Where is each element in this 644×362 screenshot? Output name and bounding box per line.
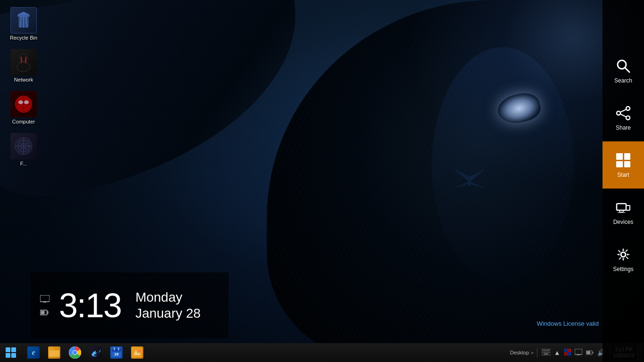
bird-svg [91, 348, 101, 357]
desktop-text[interactable]: Desktop [510, 350, 529, 355]
clock-time-display: 3:13 [59, 288, 121, 322]
svg-rect-51 [544, 354, 548, 354]
network-icon[interactable]: Network [2, 47, 45, 85]
svg-rect-9 [25, 57, 26, 63]
calendar-icon: 28 [110, 346, 123, 359]
charm-settings[interactable]: Settings [603, 236, 644, 283]
monitor-status [40, 295, 50, 303]
battery-icon [40, 309, 49, 316]
taskbar-chrome[interactable] [65, 343, 85, 362]
svg-rect-60 [586, 351, 590, 354]
network-img [10, 49, 37, 75]
svg-point-16 [18, 100, 23, 104]
keyboard-svg [542, 349, 550, 355]
svg-line-67 [620, 109, 626, 112]
charm-search-label: Search [614, 77, 632, 84]
svg-rect-38 [132, 348, 142, 357]
charm-devices[interactable]: Devices [603, 189, 644, 236]
monitor-icon [40, 295, 50, 303]
svg-rect-49 [547, 352, 548, 353]
svg-rect-47 [544, 352, 545, 353]
search-charm-icon [615, 58, 632, 74]
paint-icon [131, 346, 143, 359]
svg-rect-41 [543, 350, 544, 351]
chrome-icon [69, 346, 81, 359]
charm-search[interactable]: Search [603, 47, 644, 94]
devices-svg [616, 200, 631, 215]
recycle-bin-svg [15, 11, 32, 30]
clock-day: Monday [135, 289, 201, 305]
svg-point-32 [73, 351, 77, 354]
share-charm-icon [615, 105, 632, 122]
file-img [10, 133, 37, 159]
charm-settings-label: Settings [613, 266, 633, 272]
recycle-bin-label: Recycle Bin [10, 35, 37, 41]
svg-line-68 [620, 114, 626, 117]
svg-rect-61 [592, 352, 594, 354]
svg-rect-72 [618, 212, 625, 213]
spider-logo-svg [446, 165, 493, 198]
svg-rect-35 [114, 347, 115, 350]
settings-charm-icon [615, 246, 632, 263]
svg-rect-8 [21, 57, 22, 63]
svg-rect-36 [118, 347, 119, 350]
expand-tray-icon[interactable]: ▲ [553, 348, 561, 357]
flag-svg [564, 349, 571, 355]
clock-widget: 3:13 Monday January 28 [31, 272, 229, 338]
taskbar-bird[interactable] [86, 343, 106, 362]
svg-text:28: 28 [115, 352, 119, 356]
svg-line-63 [625, 68, 629, 72]
settings-svg [616, 247, 631, 262]
start-charm-icon [615, 152, 632, 169]
devices-charm-icon [615, 199, 632, 216]
keyboard-icon[interactable] [541, 348, 551, 358]
svg-rect-26 [43, 302, 46, 303]
svg-point-7 [17, 62, 30, 72]
share-svg [616, 106, 631, 121]
battery-tray-icon[interactable] [585, 348, 594, 357]
computer-img [10, 91, 37, 117]
svg-rect-34 [112, 349, 121, 352]
svg-rect-29 [47, 311, 49, 314]
svg-rect-57 [575, 349, 582, 354]
svg-rect-48 [545, 352, 546, 353]
recycle-bin-icon[interactable]: Recycle Bin [2, 5, 45, 43]
file-label: F... [20, 161, 27, 166]
windows-license: Windows License valid [537, 320, 599, 327]
charm-start-label: Start [617, 172, 629, 178]
computer-icon[interactable]: Computer [2, 89, 45, 127]
taskbar-start[interactable] [1, 343, 21, 362]
svg-point-66 [626, 116, 630, 120]
file-svg [13, 136, 34, 156]
taskbar-ie[interactable]: e [24, 343, 43, 362]
charm-share[interactable]: Share [603, 94, 644, 141]
taskbar-calendar[interactable]: 28 [107, 343, 126, 362]
ie-icon: e [27, 346, 40, 359]
svg-rect-25 [40, 295, 50, 302]
network-label: Network [14, 77, 33, 82]
svg-point-73 [621, 252, 626, 257]
recycle-bin-img [10, 7, 37, 33]
search-svg [616, 58, 631, 74]
monitor-tray-icon[interactable] [574, 348, 583, 358]
network-svg [13, 52, 34, 73]
folder-icon [48, 346, 60, 359]
computer-svg [13, 94, 34, 115]
svg-marker-5 [20, 13, 27, 15]
bird-icon [90, 346, 102, 359]
desktop-arrows[interactable]: » [531, 350, 534, 355]
svg-rect-54 [568, 349, 571, 352]
charm-start[interactable]: Start [603, 141, 644, 189]
svg-rect-58 [577, 354, 580, 355]
file-icon[interactable]: F... [2, 131, 45, 169]
charm-devices-label: Devices [613, 219, 634, 225]
svg-point-39 [138, 349, 141, 352]
taskbar-explorer[interactable] [44, 343, 64, 362]
svg-rect-28 [41, 311, 45, 314]
svg-point-65 [617, 111, 620, 115]
clock-date-display: Monday January 28 [135, 289, 201, 321]
desktop: Recycle Bin Network [0, 0, 644, 362]
svg-rect-71 [619, 210, 623, 212]
flag-icon[interactable] [563, 348, 572, 358]
taskbar-paint[interactable] [127, 343, 147, 362]
